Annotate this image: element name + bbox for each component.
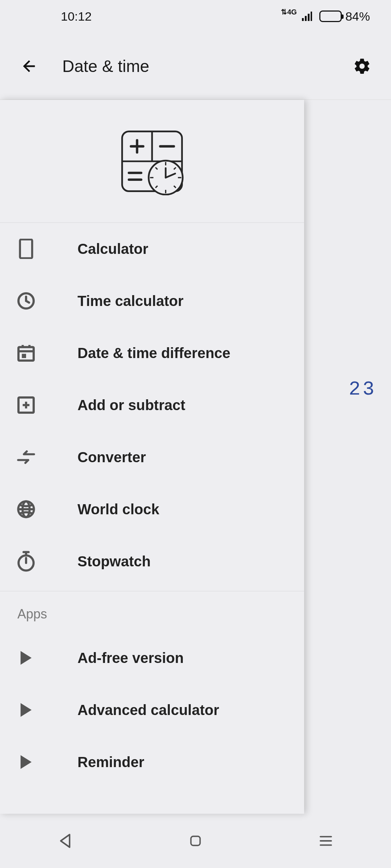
settings-button[interactable]: [350, 55, 374, 78]
status-right: ⇅4G 84%: [281, 9, 370, 24]
network-indicator: ⇅4G: [281, 8, 297, 16]
menu-item-advanced-calculator[interactable]: Advanced calculator: [0, 684, 304, 736]
svg-rect-25: [22, 354, 26, 358]
menu-label: Stopwatch: [77, 553, 151, 570]
app-bar: Date & time: [0, 33, 391, 99]
menu-label: Ad-free version: [77, 650, 184, 666]
status-bar: 10:12 ⇅4G 84%: [0, 0, 391, 33]
nav-home[interactable]: [187, 832, 204, 850]
menu-item-time-calculator[interactable]: Time calculator: [0, 275, 304, 327]
menu-label: Date & time difference: [77, 345, 230, 361]
battery-indicator: 84%: [319, 9, 370, 24]
menu-label: Add or subtract: [77, 397, 185, 413]
menu-label: Advanced calculator: [77, 702, 219, 718]
play-icon: [14, 698, 38, 722]
system-navbar: [0, 814, 391, 868]
menu-item-date-time-difference[interactable]: Date & time difference: [0, 327, 304, 379]
section-header-apps: Apps: [0, 591, 304, 632]
app-logo-icon: [118, 127, 186, 195]
svg-rect-36: [191, 836, 200, 845]
plus-box-icon: [14, 393, 38, 417]
menu-item-converter[interactable]: Converter: [0, 431, 304, 483]
nav-back[interactable]: [56, 832, 74, 850]
calendar-icon: [14, 341, 38, 365]
globe-icon: [14, 498, 38, 521]
background-value-fragment: 23: [349, 378, 377, 400]
nav-recent[interactable]: [317, 832, 335, 850]
arrows-swap-icon: [14, 446, 38, 469]
battery-pct: 84%: [345, 9, 370, 24]
triangle-left-icon: [59, 833, 72, 848]
play-icon: [14, 646, 38, 669]
square-icon: [189, 834, 202, 848]
status-time: 10:12: [61, 9, 92, 24]
back-button[interactable]: [17, 55, 41, 78]
menu-item-reminder[interactable]: Reminder: [0, 736, 304, 788]
svg-rect-19: [20, 239, 32, 258]
clock-icon: [14, 289, 38, 312]
signal-icon: [301, 12, 312, 21]
menu-item-add-subtract[interactable]: Add or subtract: [0, 379, 304, 431]
stopwatch-icon: [14, 550, 38, 573]
drawer-header: [0, 100, 304, 223]
menu-label: Calculator: [77, 241, 148, 257]
menu-label: World clock: [77, 501, 159, 518]
menu-label: Reminder: [77, 754, 144, 770]
nav-drawer: Calculator Time calculator Date & time d…: [0, 100, 304, 814]
menu-item-adfree[interactable]: Ad-free version: [0, 632, 304, 684]
page-title: Date & time: [62, 56, 329, 76]
menu-label: Converter: [77, 449, 146, 465]
play-icon: [14, 750, 38, 774]
menu-item-stopwatch[interactable]: Stopwatch: [0, 535, 304, 587]
menu-label: Time calculator: [77, 293, 184, 309]
device-rect-icon: [14, 237, 38, 260]
gear-icon: [353, 57, 371, 75]
menu-item-world-clock[interactable]: World clock: [0, 483, 304, 535]
menu-lines-icon: [319, 835, 333, 847]
arrow-left-icon: [20, 58, 38, 75]
menu-item-calculator[interactable]: Calculator: [0, 223, 304, 275]
